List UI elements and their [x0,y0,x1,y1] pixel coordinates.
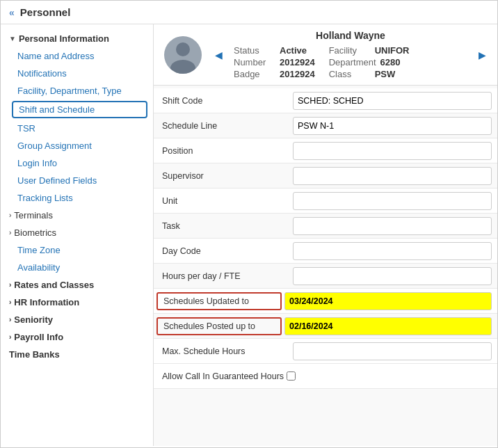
schedules-updated-to-label: Schedules Updated to [156,292,282,310]
status-label: Status [234,45,275,56]
avatar-svg [164,36,202,74]
sidebar-item-hr-information[interactable]: › HR Information [1,294,153,311]
field-supervisor: Supervisor [154,163,497,189]
day-code-input[interactable] [293,242,492,260]
sidebar-item-terminals[interactable]: › Terminals [1,207,153,224]
allow-call-in-checkbox[interactable] [287,371,296,381]
field-schedules-updated-to: Schedules Updated to [154,289,497,314]
field-hours-per-day: Hours per day / FTE [154,264,497,289]
field-max-schedule-hours: Max. Schedule Hours [154,339,497,364]
department-label: Department [329,57,376,67]
field-day-code: Day Code [154,239,497,264]
person-details: Status Active Number 2012924 Badge 20129… [234,45,467,79]
sidebar-item-login-info[interactable]: Login Info [1,154,153,172]
sidebar-hr-label: HR Information [14,297,79,307]
app-title: Personnel [20,6,71,18]
schedule-line-label: Schedule Line [154,117,293,135]
supervisor-input[interactable] [293,167,492,185]
sidebar: ▼ Personal Information Name and Address … [1,24,154,446]
field-position: Position [154,138,497,163]
sidebar-item-user-defined-fields[interactable]: User Defined Fields [1,172,153,189]
department-value: 6280 [380,57,401,67]
schedules-updated-to-input[interactable] [284,292,492,310]
sidebar-item-biometrics[interactable]: › Biometrics [1,224,153,241]
svg-point-0 [176,42,190,56]
number-row: Number 2012924 [234,57,315,67]
allow-call-in-label: Allow Call In Guaranteed Hours [162,371,284,381]
badge-value: 2012924 [280,69,315,79]
sidebar-item-time-banks[interactable]: Time Banks [1,346,153,363]
hours-per-day-input[interactable] [293,267,492,285]
sidebar-subsection-biometrics-label: Biometrics [14,227,56,238]
detail-col-left: Status Active Number 2012924 Badge 20129… [234,45,315,79]
sidebar-item-tracking-lists[interactable]: Tracking Lists [1,189,153,207]
schedule-line-input[interactable] [293,117,492,135]
badge-label: Badge [234,69,275,79]
sidebar-item-facility-department-type[interactable]: Facility, Department, Type [1,82,153,99]
hours-per-day-label: Hours per day / FTE [154,267,293,285]
shift-code-input[interactable] [293,92,492,110]
person-name: Holland Wayne [234,30,467,41]
chevron-right-icon: › [9,211,11,219]
avatar [162,30,204,79]
facility-row: Facility UNIFOR [329,45,410,56]
task-label: Task [154,217,293,235]
unit-input[interactable] [293,192,492,210]
number-label: Number [234,57,275,67]
sidebar-item-rates-and-classes[interactable]: › Rates and Classes [1,276,153,294]
sidebar-subsection-terminals-label: Terminals [14,210,53,221]
sidebar-section-personal-information[interactable]: ▼ Personal Information [1,30,153,47]
day-code-label: Day Code [154,242,293,260]
back-icon[interactable]: « [9,7,15,18]
chevron-right-icon: › [9,333,11,341]
field-schedules-posted-up-to: Schedules Posted up to [154,314,497,339]
facility-label: Facility [329,45,371,56]
next-person-button[interactable]: ▶ [476,30,489,79]
sidebar-item-time-zone[interactable]: Time Zone [1,241,153,259]
field-task: Task [154,214,497,239]
main-layout: ▼ Personal Information Name and Address … [1,24,497,446]
facility-value: UNIFOR [375,45,410,56]
chevron-right-icon: › [9,316,11,323]
sidebar-payroll-label: Payroll Info [14,332,63,342]
max-schedule-hours-input[interactable] [293,342,492,360]
supervisor-label: Supervisor [154,167,293,185]
chevron-right-icon: › [9,229,11,237]
sidebar-seniority-label: Seniority [14,314,53,325]
sidebar-item-payroll-info[interactable]: › Payroll Info [1,328,153,346]
task-input[interactable] [293,217,492,235]
detail-col-right: Facility UNIFOR Department 6280 Class PS… [329,45,410,79]
class-row: Class PSW [329,69,410,79]
unit-label: Unit [154,192,293,210]
sidebar-item-tsr[interactable]: TSR [1,120,153,137]
max-schedule-hours-label: Max. Schedule Hours [154,342,293,360]
sidebar-item-group-assignment[interactable]: Group Assignment [1,137,153,154]
position-label: Position [154,142,293,160]
chevron-right-icon: › [9,281,11,289]
sidebar-item-name-and-address[interactable]: Name and Address [1,47,153,65]
chevron-down-icon: ▼ [9,35,16,42]
number-value: 2012924 [280,57,315,67]
class-label: Class [329,69,371,79]
svg-point-1 [170,60,195,74]
app-header: « Personnel [1,1,497,24]
field-schedule-line: Schedule Line [154,113,497,138]
avatar-circle [164,36,202,74]
sidebar-item-shift-and-schedule[interactable]: Shift and Schedule [12,101,147,118]
badge-row: Badge 2012924 [234,69,315,79]
department-row: Department 6280 [329,57,410,67]
field-shift-code: Shift Code [154,88,497,113]
sidebar-item-notifications[interactable]: Notifications [1,65,153,82]
prev-person-button[interactable]: ◀ [212,30,225,79]
sidebar-item-availability[interactable]: Availability [1,259,153,276]
chevron-right-icon: › [9,298,11,306]
schedules-posted-up-to-input[interactable] [284,317,492,335]
sidebar-item-seniority[interactable]: › Seniority [1,311,153,328]
schedules-posted-up-to-label: Schedules Posted up to [156,317,282,335]
field-unit: Unit [154,189,497,214]
sidebar-rates-label: Rates and Classes [14,280,94,290]
position-input[interactable] [293,142,492,160]
sidebar-section-label: Personal Information [19,33,109,44]
shift-code-label: Shift Code [154,92,293,110]
person-card: ◀ Holland Wayne Status Active Number 201… [154,24,497,86]
